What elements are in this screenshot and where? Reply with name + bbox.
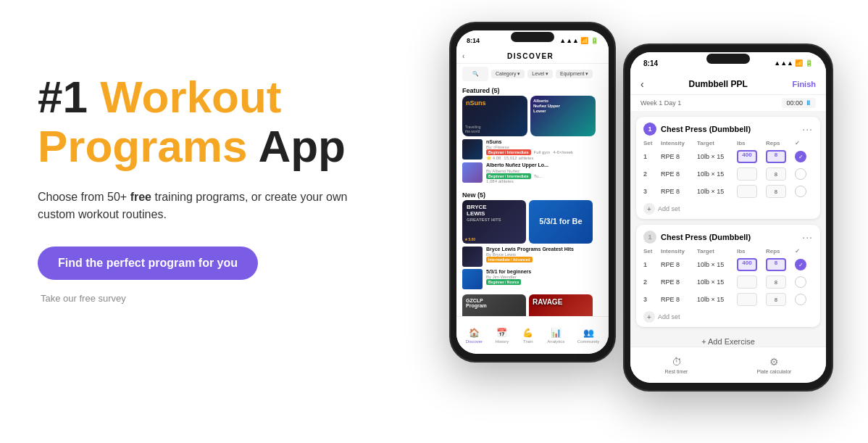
bryce-thumb [462, 247, 483, 267]
program-name: nSuns [486, 139, 603, 145]
headline-suffix: App [258, 121, 346, 171]
plate-calculator-tool[interactable]: ⚙ Plate calculator [757, 356, 792, 374]
set-lbs-input-1[interactable]: 400 [737, 150, 757, 163]
status-time: 8:14 [467, 37, 480, 44]
add-set-plus-icon[interactable]: + [643, 203, 655, 215]
set-check-3[interactable] [795, 186, 806, 197]
badge-novice: Beginner / Novice [486, 279, 521, 285]
badge-beginner: Beginner / Intermediate [486, 173, 531, 179]
nav-train[interactable]: 💪 Train [522, 328, 535, 344]
set-lbs-input-3[interactable] [737, 185, 757, 198]
program-item-alberto[interactable]: Alberto Nuñez Upper Lo... By Alberto Nuñ… [462, 162, 603, 183]
more-options-icon-2[interactable]: ··· [802, 231, 813, 243]
set-reps-input-3[interactable]: 8 [766, 185, 786, 198]
equipment-filter[interactable]: Equipment ▾ [556, 70, 593, 78]
featured-card-alberto[interactable]: AlbertoNuñez UpperLower [530, 96, 596, 136]
set-table-header-2: Set Intensity Target lbs Reps ✓ [636, 247, 820, 256]
discover-icon: 🏠 [467, 328, 480, 338]
add-exercise-button[interactable]: + Add Exercise [701, 337, 755, 346]
set-row-1: 1 RPE 8 10lb × 15 400 8 ✓ [636, 148, 820, 165]
new-program-bryce[interactable]: Bryce Lewis Programs Greatest Hits By Br… [462, 247, 603, 267]
workout-phone: 8:14 ▲▲▲ 📶 🔋 ‹ Dumbbell PPL Finish Week … [623, 44, 833, 392]
531-meta: Beginner / Novice [486, 279, 603, 285]
add-set-label-2[interactable]: Add set [658, 313, 680, 320]
nav-discover[interactable]: 🏠 Discover [466, 328, 483, 344]
badge-intermediate: Beginner / Intermediate [486, 149, 531, 155]
col-lbs: lbs [737, 140, 766, 146]
workout-phone-notch [706, 54, 750, 64]
nav-history[interactable]: 📅 History [496, 328, 509, 344]
nav-community[interactable]: 👥 Community [577, 328, 599, 344]
discover-title: DISCOVER [507, 52, 554, 60]
new-program-list: Bryce Lewis Programs Greatest Hits By Br… [456, 244, 609, 294]
set-intensity-3: RPE 8 [661, 188, 697, 195]
col-intensity: Intensity [661, 140, 697, 146]
col-target: Target [697, 140, 737, 146]
workout-status-icons: ▲▲▲ 📶 🔋 [774, 59, 813, 67]
more-options-icon[interactable]: ··· [802, 123, 813, 135]
set-check-2[interactable] [795, 168, 806, 180]
exercise-number-2: 1 [643, 231, 656, 244]
program-meta: Beginner / Intermediate Full gym 4-6×/we… [486, 149, 603, 155]
set-lbs-input-2[interactable] [737, 167, 757, 181]
set-row-2: 2 RPE 8 10lb × 15 8 [636, 165, 820, 183]
531-thumb [462, 269, 483, 289]
set-row-3: 3 RPE 8 10lb × 15 8 [636, 183, 820, 200]
back-arrow-icon[interactable]: ‹ [640, 78, 644, 90]
bryce-name: Bryce Lewis Programs Greatest Hits [486, 247, 603, 252]
bryce-meta: Intermediate / Advanced [486, 257, 603, 262]
new-title: New (5) [456, 189, 609, 200]
cta-button[interactable]: Find the perfect program for you [38, 247, 258, 280]
col-set: Set [643, 140, 661, 146]
program-name-2: Alberto Nuñez Upper Lo... [486, 162, 603, 168]
timer-value: 00:00 [786, 99, 803, 107]
add-set-label[interactable]: Add set [658, 205, 680, 212]
pause-icon[interactable]: ⏸ [805, 99, 811, 107]
finish-button[interactable]: Finish [793, 80, 816, 88]
531-text: 5/3/1 for Be [539, 218, 582, 225]
exercise-header-2: 1 Chest Press (Dumbbell) ··· [636, 225, 820, 247]
set-check-1[interactable]: ✓ [795, 151, 806, 162]
new-card-bryce[interactable]: BRYCELEWISGREATEST HITS ★ 5.00 [462, 200, 526, 244]
community-icon: 👥 [582, 328, 595, 338]
exercise-name-2: Chest Press (Dumbbell) [661, 233, 802, 241]
headline: #1 Workout Programs App [38, 73, 385, 171]
set-intensity-2: RPE 8 [661, 170, 697, 178]
featured-title: Featured (5) [456, 84, 609, 96]
set-row-2-2: 2 RPE 8 10lb × 15 8 [636, 273, 820, 291]
category-filter[interactable]: Category ▾ [491, 70, 525, 78]
discover-phone: 8:14 ▲▲▲ 📶 🔋 ‹ DISCOVER 🔍 Category ▾ Lev… [449, 22, 616, 363]
workout-status-time: 8:14 [643, 59, 658, 67]
survey-text: Take our free survey [41, 293, 126, 304]
set-reps-input-2[interactable]: 8 [766, 167, 786, 181]
headline-prefix: #1 [38, 72, 88, 122]
exercise-name: Chest Press (Dumbbell) [661, 125, 802, 133]
featured-card-nsuns[interactable]: nSuns Travellingthe world [462, 96, 527, 136]
plate-calculator-icon: ⚙ [769, 356, 779, 368]
status-icons: ▲▲▲ 📶 🔋 [559, 37, 598, 44]
program-item-nsuns[interactable]: nSuns By: rFitness Beginner / Intermedia… [462, 139, 603, 160]
nav-analytics[interactable]: 📊 Analytics [547, 328, 564, 344]
search-box[interactable]: 🔍 [462, 67, 488, 81]
workout-bottom-tools: ⏱ Rest timer ⚙ Plate calculator [630, 347, 826, 383]
history-icon: 📅 [496, 328, 509, 338]
bottom-nav: 🏠 Discover 📅 History 💪 Train 📊 Analytics… [456, 316, 609, 354]
rest-timer-label: Rest timer [665, 369, 688, 374]
add-set-plus-2[interactable]: + [643, 311, 655, 323]
discover-screen: 8:14 ▲▲▲ 📶 🔋 ‹ DISCOVER 🔍 Category ▾ Lev… [456, 30, 609, 354]
bryce-info: Bryce Lewis Programs Greatest Hits By Br… [486, 247, 603, 262]
set-row-2-1: 1 RPE 8 10lb × 15 400 8 ✓ [636, 256, 820, 273]
program-list: nSuns By: rFitness Beginner / Intermedia… [456, 136, 609, 189]
set-row-2-3: 3 RPE 8 10lb × 15 8 [636, 291, 820, 308]
hero-subtext: Choose from 50+ free training programs, … [38, 189, 356, 223]
set-table-header: Set Intensity Target lbs Reps ✓ [636, 138, 820, 148]
set-reps-input-1[interactable]: 8 [766, 150, 786, 163]
program-athletes-2: 1,084 athletes [486, 179, 603, 183]
rest-timer-icon: ⏱ [672, 356, 682, 368]
plate-calculator-label: Plate calculator [757, 369, 792, 374]
new-card-531[interactable]: 5/3/1 for Be [529, 200, 593, 244]
program-thumb [462, 139, 483, 160]
new-program-531[interactable]: 5/3/1 for beginners By Jim Wendler Begin… [462, 269, 603, 289]
level-filter[interactable]: Level ▾ [527, 70, 553, 78]
rest-timer-tool[interactable]: ⏱ Rest timer [665, 356, 688, 374]
